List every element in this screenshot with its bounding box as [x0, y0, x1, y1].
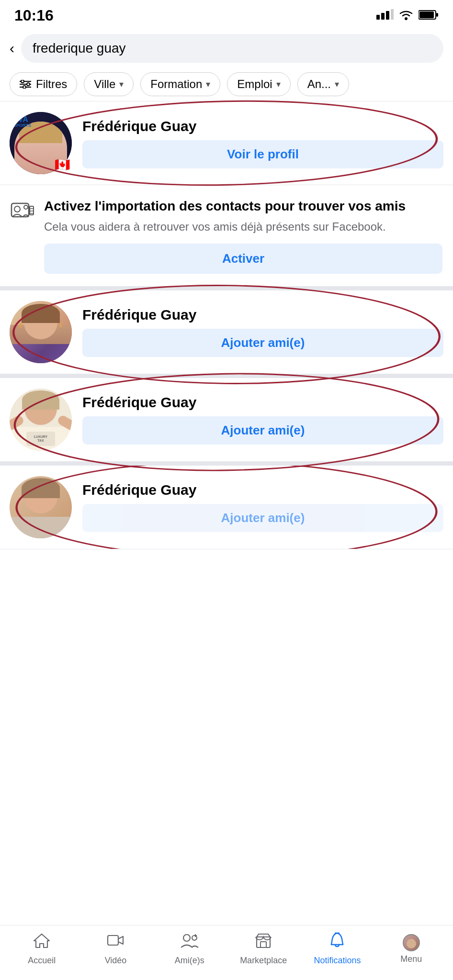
svg-point-17: [24, 205, 28, 209]
nav-item-notifications[interactable]: Notifications: [300, 932, 374, 966]
scroll-space: [0, 549, 453, 568]
ajouter-ami-button-2[interactable]: Ajouter ami(e): [82, 329, 443, 357]
import-title: Activez l'importation des contacts pour …: [44, 198, 442, 215]
filter-chip-ville[interactable]: Ville ▾: [84, 72, 134, 96]
section-divider-3: [0, 462, 453, 466]
an-chevron: ▾: [335, 79, 339, 89]
card-4-info: Frédérique Guay Ajouter ami(e): [82, 482, 443, 532]
search-input-wrapper[interactable]: frederique guay: [21, 34, 443, 63]
ville-chevron: ▾: [119, 79, 124, 89]
section-divider-2: [0, 374, 453, 378]
card-3-info: Frédérique Guay Ajouter ami(e): [82, 394, 443, 445]
nav-label-accueil: Accueil: [28, 956, 56, 966]
svg-point-12: [27, 83, 30, 86]
svg-rect-25: [108, 935, 118, 945]
search-input-text: frederique guay: [33, 41, 126, 56]
status-bar: 10:16: [0, 0, 453, 29]
import-desc: Cela vous aidera à retrouver vos amis dé…: [44, 219, 442, 235]
menu-avatar-icon: [403, 934, 420, 951]
canadian-flag: 🇨🇦: [55, 157, 70, 172]
filter-bar: Filtres Ville ▾ Formation ▾ Emploi ▾ An.…: [0, 67, 453, 101]
nav-item-video[interactable]: Vidéo: [79, 932, 152, 966]
bottom-nav: Accueil Vidéo Ami(e)s: [0, 925, 453, 980]
result-card-2: Frédérique Guay Ajouter ami(e): [0, 290, 453, 374]
nav-item-amis[interactable]: Ami(e)s: [153, 932, 226, 966]
filter-chip-formation[interactable]: Formation ▾: [140, 72, 220, 96]
filtres-label: Filtres: [36, 78, 67, 91]
result-card-4: Frédérique Guay Ajouter ami(e): [0, 466, 453, 549]
signal-icon: [376, 9, 394, 22]
ajouter-ami-button-4[interactable]: Ajouter ami(e): [82, 504, 443, 532]
svg-point-27: [192, 935, 197, 940]
nav-label-notifications: Notifications: [314, 956, 361, 966]
marketplace-icon: [255, 932, 272, 953]
bell-icon: [328, 932, 346, 953]
import-section: Activez l'importation des contacts pour …: [0, 185, 453, 287]
nav-label-video: Vidéo: [105, 956, 127, 966]
voir-profil-button[interactable]: Voir le profil: [82, 140, 443, 168]
emploi-chevron: ▾: [276, 79, 281, 89]
svg-rect-6: [419, 11, 434, 18]
card-1-info: Frédérique Guay Voir le profil: [82, 118, 443, 168]
svg-point-11: [21, 80, 24, 83]
person-name-1: Frédérique Guay: [82, 118, 443, 134]
status-icons: [376, 9, 439, 22]
section-divider-1: [0, 287, 453, 290]
filter-chip-an[interactable]: An... ▾: [297, 72, 349, 96]
card-2-info: Frédérique Guay Ajouter ami(e): [82, 307, 443, 357]
filter-chip-filtres[interactable]: Filtres: [10, 72, 77, 96]
friends-icon: [180, 932, 199, 953]
battery-icon: [419, 10, 439, 22]
person-name-4: Frédérique Guay: [82, 482, 443, 498]
formation-chevron: ▾: [206, 79, 210, 89]
person-name-2: Frédérique Guay: [82, 307, 443, 323]
nav-item-marketplace[interactable]: Marketplace: [226, 932, 300, 966]
svg-point-4: [405, 17, 408, 20]
ajouter-ami-button-3[interactable]: Ajouter ami(e): [82, 416, 443, 445]
svg-point-26: [183, 935, 190, 941]
an-label: An...: [307, 78, 331, 91]
status-time: 10:16: [14, 7, 54, 24]
nav-item-menu[interactable]: Menu: [374, 934, 448, 964]
svg-rect-3: [391, 9, 394, 20]
activate-button[interactable]: Activer: [44, 244, 442, 274]
svg-rect-0: [376, 15, 380, 20]
svg-point-16: [14, 206, 20, 212]
nav-item-accueil[interactable]: Accueil: [5, 932, 79, 966]
nav-label-marketplace: Marketplace: [240, 956, 287, 966]
svg-rect-2: [386, 11, 389, 20]
svg-point-13: [23, 86, 26, 89]
video-icon: [107, 932, 124, 953]
formation-label: Formation: [150, 78, 202, 91]
emploi-label: Emploi: [237, 78, 272, 91]
nav-label-menu: Menu: [400, 954, 422, 964]
ville-label: Ville: [94, 78, 115, 91]
svg-rect-7: [436, 13, 438, 17]
home-icon: [33, 932, 50, 953]
wifi-icon: [398, 9, 414, 22]
nav-label-amis: Ami(e)s: [175, 956, 204, 966]
result-card-3: LUXURYTAX Frédérique Guay Ajouter ami(e): [0, 378, 453, 462]
filter-chip-emploi[interactable]: Emploi ▾: [227, 72, 290, 96]
back-button[interactable]: ‹: [10, 40, 14, 56]
import-content: Activez l'importation des contacts pour …: [44, 198, 442, 274]
contacts-icon: [11, 200, 34, 225]
result-card-1: TVA SPORTS 🇨🇦 Frédérique Guay Voir le pr…: [0, 101, 453, 185]
person-name-3: Frédérique Guay: [82, 394, 443, 411]
svg-rect-31: [260, 942, 266, 947]
svg-rect-1: [381, 13, 385, 20]
search-bar: ‹ frederique guay: [0, 29, 453, 67]
